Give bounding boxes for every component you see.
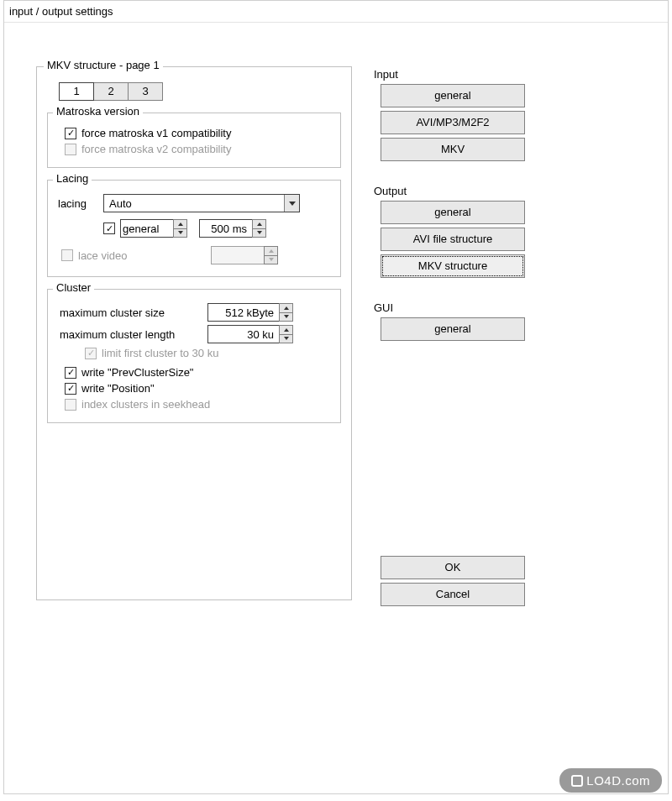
- force-v1-checkbox[interactable]: ✓: [65, 128, 76, 139]
- window-title: input / output settings: [4, 1, 668, 23]
- lace-video-checkbox: [61, 249, 73, 261]
- max-cluster-length-input[interactable]: [207, 325, 280, 343]
- cancel-button[interactable]: Cancel: [381, 583, 525, 606]
- index-clusters-checkbox: [65, 399, 76, 411]
- force-v2-checkbox: [65, 144, 76, 155]
- left-column: MKV structure - page 1 123 Matroska vers…: [36, 66, 352, 600]
- window: input / output settings MKV structure - …: [3, 0, 669, 794]
- page-tab-3[interactable]: 3: [128, 82, 163, 101]
- watermark: LO4D.com: [559, 768, 662, 793]
- lacing-legend: Lacing: [53, 172, 92, 185]
- ms-spin[interactable]: [199, 219, 266, 238]
- lacing-fieldset: Lacing lacing Auto ✓: [47, 180, 341, 277]
- spin-down-icon[interactable]: [279, 334, 293, 344]
- output-general-button[interactable]: general: [381, 201, 525, 224]
- cluster-legend: Cluster: [53, 281, 94, 294]
- watermark-icon: [571, 775, 583, 787]
- output-mkv-structure-button[interactable]: MKV structure: [381, 254, 525, 278]
- limit-first-cluster-checkbox: ✓: [85, 348, 97, 359]
- mkv-structure-legend: MKV structure - page 1: [44, 59, 163, 71]
- input-section-label: Input: [374, 68, 533, 81]
- page-tab-1[interactable]: 1: [59, 82, 94, 101]
- action-buttons: OK Cancel: [381, 556, 532, 610]
- right-column: Input general AVI/MP3/M2F2 MKV Output ge…: [374, 66, 533, 344]
- write-position-checkbox[interactable]: ✓: [65, 383, 76, 395]
- chevron-down-icon: [284, 195, 299, 212]
- input-mkv-button[interactable]: MKV: [381, 138, 525, 161]
- mkv-structure-fieldset: MKV structure - page 1 123 Matroska vers…: [36, 66, 352, 600]
- ms-input[interactable]: [199, 219, 253, 238]
- watermark-text: LO4D.com: [586, 773, 650, 788]
- max-cluster-size-spin[interactable]: [207, 303, 293, 322]
- limit-first-cluster-label: limit first cluster to 30 ku: [102, 347, 218, 359]
- spin-down-icon: [264, 255, 278, 265]
- page-tab-2[interactable]: 2: [93, 82, 129, 101]
- max-cluster-length-label: maximum cluster length: [60, 328, 202, 341]
- force-v1-label: force matroska v1 compatibility: [81, 127, 231, 139]
- page-tabs: 123: [59, 82, 341, 101]
- force-v2-label: force matroska v2 compatibility: [81, 143, 231, 155]
- spin-down-icon[interactable]: [173, 228, 187, 238]
- write-position-label: write "Position": [81, 382, 155, 395]
- input-general-button[interactable]: general: [381, 84, 525, 107]
- max-cluster-length-spin[interactable]: [207, 325, 293, 343]
- max-cluster-size-input[interactable]: [207, 303, 280, 322]
- gui-section-label: GUI: [374, 301, 533, 314]
- gui-general-button[interactable]: general: [381, 317, 525, 341]
- lace-video-label: lace video: [78, 249, 196, 262]
- lace-video-input: [211, 246, 265, 264]
- general-lacing-checkbox[interactable]: ✓: [103, 222, 115, 234]
- lacing-label: lacing: [58, 197, 98, 210]
- spin-down-icon[interactable]: [279, 312, 293, 322]
- spin-down-icon[interactable]: [252, 228, 266, 238]
- general-lacing-spin[interactable]: [120, 219, 187, 238]
- general-lacing-input[interactable]: [120, 219, 174, 238]
- write-prevclustersize-label: write "PrevClusterSize": [81, 366, 194, 379]
- client-area: MKV structure - page 1 123 Matroska vers…: [4, 23, 668, 793]
- index-clusters-label: index clusters in seekhead: [81, 398, 210, 411]
- max-cluster-size-label: maximum cluster size: [60, 306, 202, 319]
- input-avi-button[interactable]: AVI/MP3/M2F2: [381, 111, 525, 134]
- matroska-version-legend: Matroska version: [53, 105, 143, 118]
- lace-video-spin: [211, 246, 278, 264]
- ok-button[interactable]: OK: [381, 556, 525, 579]
- output-section-label: Output: [374, 185, 533, 197]
- lacing-mode-value: Auto: [109, 197, 132, 210]
- matroska-version-fieldset: Matroska version ✓ force matroska v1 com…: [47, 113, 341, 168]
- write-prevclustersize-checkbox[interactable]: ✓: [65, 367, 76, 379]
- output-avi-structure-button[interactable]: AVI file structure: [381, 228, 525, 251]
- lacing-mode-combo[interactable]: Auto: [103, 194, 300, 212]
- cluster-fieldset: Cluster maximum cluster size maximum clu…: [47, 289, 341, 423]
